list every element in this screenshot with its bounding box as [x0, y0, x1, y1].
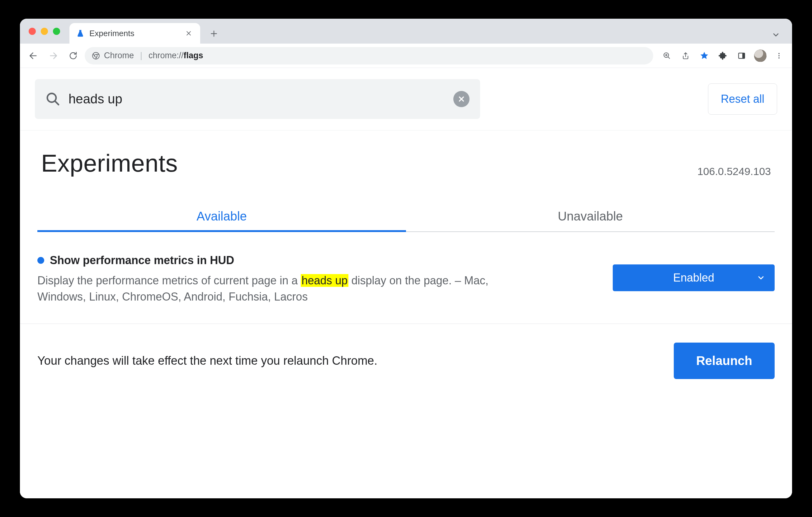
toolbar-actions — [656, 48, 787, 64]
tab-strip: Experiments — [20, 19, 792, 44]
relaunch-footer: Your changes will take effect the next t… — [20, 324, 792, 407]
bookmark-star-icon[interactable] — [696, 48, 713, 64]
close-tab-button[interactable] — [184, 29, 193, 38]
svg-point-6 — [778, 55, 780, 56]
zoom-icon[interactable] — [659, 48, 675, 64]
svg-point-5 — [778, 53, 780, 54]
chevron-down-icon — [757, 274, 765, 282]
flag-row: Show performance metrics in HUD Display … — [20, 232, 792, 324]
svg-rect-4 — [742, 53, 745, 58]
page-content: Reset all Experiments 106.0.5249.103 Ava… — [20, 68, 792, 498]
chrome-icon — [91, 51, 100, 60]
new-tab-button[interactable] — [206, 26, 222, 42]
url-scheme-label: Chrome — [104, 51, 134, 60]
browser-window: Experiments Chrome | c — [20, 19, 792, 498]
tab-unavailable[interactable]: Unavailable — [406, 202, 775, 231]
flag-title: Show performance metrics in HUD — [37, 254, 594, 267]
flags-search-box[interactable] — [35, 79, 480, 119]
flag-desc-pre: Display the performance metrics of curre… — [37, 274, 301, 287]
svg-point-7 — [778, 57, 780, 59]
back-button[interactable] — [25, 47, 42, 64]
flask-icon — [76, 29, 85, 38]
tabs: Available Unavailable — [37, 202, 775, 232]
tab-title: Experiments — [89, 29, 135, 38]
flag-info: Show performance metrics in HUD Display … — [37, 254, 594, 305]
browser-tab[interactable]: Experiments — [69, 23, 200, 44]
flag-state-select[interactable]: Enabled — [613, 264, 775, 291]
reset-all-button[interactable]: Reset all — [708, 83, 777, 115]
flag-desc-highlight: heads up — [301, 274, 348, 287]
share-icon[interactable] — [677, 48, 694, 64]
address-bar[interactable]: Chrome | chrome://flags — [85, 47, 653, 64]
close-window-button[interactable] — [29, 28, 36, 35]
tabs-dropdown-button[interactable] — [772, 31, 786, 44]
profile-avatar[interactable] — [752, 48, 768, 64]
url-prefix: chrome:// — [148, 51, 184, 60]
flag-title-text: Show performance metrics in HUD — [50, 254, 234, 267]
search-icon — [46, 92, 60, 107]
heading-row: Experiments 106.0.5249.103 — [20, 131, 792, 181]
flag-description: Display the performance metrics of curre… — [37, 272, 523, 305]
minimize-window-button[interactable] — [41, 28, 48, 35]
window-controls — [26, 19, 69, 44]
page-title: Experiments — [41, 149, 178, 177]
tab-available[interactable]: Available — [37, 202, 406, 231]
reload-button[interactable] — [65, 47, 82, 64]
sidepanel-icon[interactable] — [733, 48, 750, 64]
search-row: Reset all — [20, 68, 792, 131]
fullscreen-window-button[interactable] — [53, 28, 60, 35]
extensions-icon[interactable] — [715, 48, 731, 64]
chrome-version: 106.0.5249.103 — [697, 165, 771, 177]
url-separator: | — [140, 51, 142, 60]
url-text: chrome://flags — [148, 51, 203, 60]
relaunch-message: Your changes will take effect the next t… — [37, 354, 377, 368]
toolbar: Chrome | chrome://flags — [20, 44, 792, 68]
modified-dot-icon — [37, 257, 44, 264]
overflow-menu-icon[interactable] — [771, 48, 787, 64]
clear-search-button[interactable] — [453, 91, 469, 107]
forward-button[interactable] — [45, 47, 62, 64]
url-path: flags — [184, 51, 203, 60]
relaunch-button[interactable]: Relaunch — [674, 343, 775, 379]
flags-search-input[interactable] — [68, 92, 445, 107]
flag-state-label: Enabled — [613, 271, 775, 284]
